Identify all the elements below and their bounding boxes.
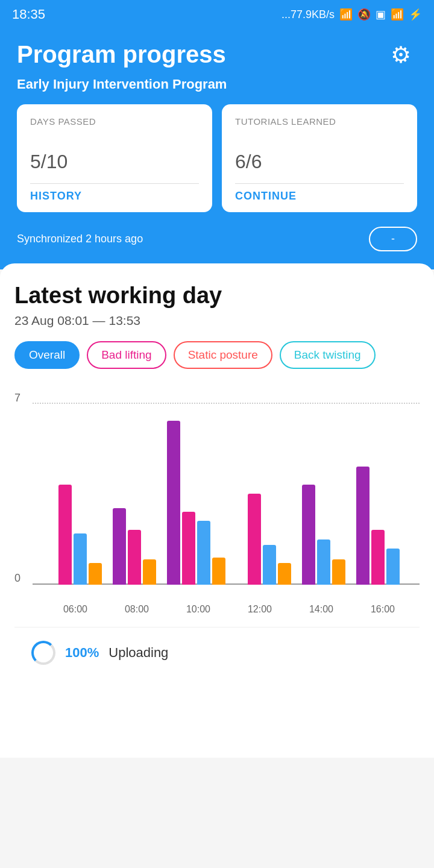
- main-content: Latest working day 23 Aug 08:01 — 13:53 …: [0, 263, 434, 758]
- bell-icon: 🔕: [357, 8, 371, 21]
- bar-group-1000: [167, 403, 225, 585]
- signal-icon: ▣: [376, 8, 386, 21]
- days-passed-label: DAYS PASSED: [30, 116, 199, 127]
- upload-bar: 100% Uploading: [14, 627, 420, 678]
- working-day-title: Latest working day: [14, 283, 420, 309]
- status-right: ...77.9KB/s 📶 🔕 ▣ 📶 ⚡: [281, 8, 422, 21]
- bar-group-1200: [248, 403, 291, 585]
- tab-bad-lifting[interactable]: Bad lifting: [87, 341, 166, 369]
- x-label-0600: 06:00: [63, 604, 87, 615]
- status-bar: 18:35 ...77.9KB/s 📶 🔕 ▣ 📶 ⚡: [0, 0, 434, 29]
- sync-row: Synchronized 2 hours ago -: [17, 227, 417, 251]
- bar-1200-pink: [248, 494, 261, 585]
- bar-1000-orange: [212, 558, 225, 585]
- bar-0800-orange: [89, 563, 102, 585]
- bar-1200-orange: [278, 563, 291, 585]
- bar-1300-orange: [332, 559, 345, 585]
- days-passed-card: DAYS PASSED 5/10 HISTORY: [17, 104, 212, 212]
- tutorials-value: 6/6: [235, 131, 404, 175]
- header: Program progress ⚙ Early Injury Interven…: [0, 29, 434, 269]
- upload-spinner: [31, 641, 55, 665]
- stats-cards: DAYS PASSED 5/10 HISTORY TUTORIALS LEARN…: [17, 104, 417, 212]
- sync-badge[interactable]: -: [369, 227, 417, 251]
- bar-1000-purple: [167, 421, 180, 585]
- tutorials-learned-card: TUTORIALS LEARNED 6/6 CONTINUE: [222, 104, 417, 212]
- y-axis-min: 0: [14, 572, 20, 585]
- continue-button[interactable]: CONTINUE: [235, 190, 404, 203]
- x-axis-labels: 06:00 08:00 10:00 12:00 14:00 16:00: [45, 604, 414, 615]
- program-name: Early Injury Intervention Program: [17, 77, 417, 92]
- status-time: 18:35: [12, 7, 45, 22]
- filter-tabs: Overall Bad lifting Static posture Back …: [14, 341, 420, 369]
- bar-1400-purple: [356, 467, 370, 585]
- x-label-1000: 10:00: [186, 604, 210, 615]
- bar-1400-pink: [371, 530, 385, 585]
- days-passed-value: 5/10: [30, 131, 199, 175]
- x-label-1600: 16:00: [371, 604, 395, 615]
- history-button[interactable]: HISTORY: [30, 190, 199, 203]
- bar-group-1400: [356, 403, 400, 585]
- battery-icon: ⚡: [409, 8, 422, 21]
- network-speed: ...77.9KB/s: [281, 8, 335, 21]
- x-label-1200: 12:00: [248, 604, 272, 615]
- bars-area: [45, 403, 414, 585]
- header-top: Program progress ⚙: [17, 41, 417, 68]
- bar-1300-blue: [317, 539, 330, 585]
- bar-0800-blue: [74, 533, 87, 585]
- tab-static-posture[interactable]: Static posture: [174, 341, 272, 369]
- x-label-0800: 08:00: [125, 604, 149, 615]
- bar-1000-pink: [182, 512, 195, 585]
- wifi-icon: 📶: [391, 8, 404, 21]
- upload-text: Uploading: [108, 645, 168, 661]
- upload-percent: 100%: [65, 645, 99, 661]
- bar-1300-purple: [302, 485, 315, 585]
- sync-text: Synchronized 2 hours ago: [17, 233, 143, 245]
- settings-icon[interactable]: ⚙: [391, 42, 417, 68]
- tab-back-twisting[interactable]: Back twisting: [280, 341, 376, 369]
- bar-0900-purple: [113, 508, 126, 585]
- bar-group-0800: [58, 403, 102, 585]
- bar-0800-pink: [58, 485, 72, 585]
- tab-overall[interactable]: Overall: [14, 341, 80, 369]
- bar-group-1300: [302, 403, 345, 585]
- bar-0900-pink: [128, 530, 141, 585]
- bar-1400-blue: [386, 549, 400, 585]
- bar-group-0900: [113, 403, 156, 585]
- page-title: Program progress: [17, 41, 226, 68]
- date-range: 23 Aug 08:01 — 13:53: [14, 313, 420, 328]
- bar-1000-blue: [197, 521, 210, 585]
- tutorials-label: TUTORIALS LEARNED: [235, 116, 404, 127]
- x-label-1400: 14:00: [309, 604, 333, 615]
- bluetooth-icon: 📶: [339, 8, 353, 21]
- bar-0900-orange: [143, 559, 156, 585]
- bar-chart: 7 0: [14, 386, 420, 615]
- y-axis-max: 7: [14, 392, 20, 404]
- bar-1200-blue: [263, 545, 276, 585]
